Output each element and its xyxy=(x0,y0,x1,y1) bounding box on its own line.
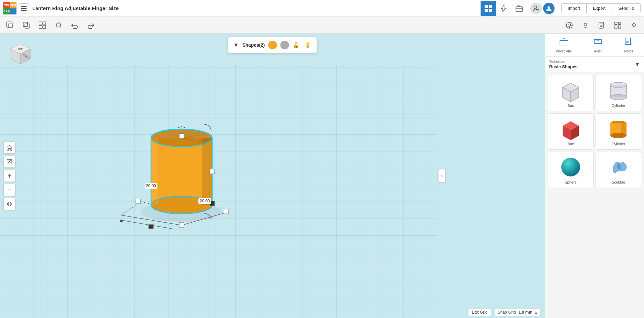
shape-thumb-cylinder-solid xyxy=(607,117,630,141)
snap-grid-control[interactable]: Snap Grid 1.0 mm ▲ xyxy=(495,309,541,316)
view-cube[interactable]: TOP RIGHT xyxy=(5,39,35,70)
main-layout: TOP RIGHT + − xyxy=(0,34,644,318)
notes-view-button[interactable] xyxy=(595,18,608,32)
send-to-button[interactable]: Send To xyxy=(612,3,641,13)
shape-box-wire-label: Box xyxy=(568,104,574,108)
export-button[interactable]: Export xyxy=(586,3,612,13)
add-user-button[interactable] xyxy=(530,3,542,14)
zoom-in-button[interactable]: + xyxy=(3,170,15,182)
shape-sphere-label: Sphere xyxy=(565,180,576,184)
svg-rect-107 xyxy=(224,209,229,214)
svg-rect-103 xyxy=(149,225,153,229)
shape-thumb-scribble xyxy=(607,155,630,179)
grid-menu-icon xyxy=(21,5,27,11)
duplicate-button[interactable] xyxy=(20,18,33,32)
svg-rect-7 xyxy=(516,7,523,11)
topbar: TIN KER CAD Lantern Ring Adjustable Fing… xyxy=(0,0,644,17)
right-panel: Workplane Ruler xyxy=(545,34,644,318)
import-button[interactable]: Import xyxy=(561,3,586,13)
grid-menu-button[interactable] xyxy=(19,3,29,13)
shape-library: Box Cylinder xyxy=(545,72,644,318)
fit-view-button[interactable] xyxy=(3,156,15,168)
logo[interactable]: TIN KER CAD xyxy=(3,2,15,14)
shape-swatch-gray[interactable] xyxy=(280,41,289,49)
shape-item-box-solid[interactable]: Box xyxy=(548,113,594,150)
shapes-popup-dropdown[interactable]: ▼ xyxy=(233,42,239,49)
svg-rect-15 xyxy=(25,24,29,28)
workplane-label: Workplane xyxy=(556,49,572,53)
workplane-button[interactable]: Workplane xyxy=(553,36,575,54)
group-button[interactable] xyxy=(36,18,49,32)
grid-view-button[interactable] xyxy=(481,1,496,16)
svg-rect-13 xyxy=(7,22,12,27)
shape-cylinder-wire-label: Cylinder xyxy=(612,104,625,108)
shape-item-cylinder-solid[interactable]: Cylinder xyxy=(596,113,641,150)
grid-settings-icon xyxy=(614,21,622,29)
nav-buttons xyxy=(481,1,527,16)
add-user-icon xyxy=(533,5,539,12)
shape-item-box-wire[interactable]: Box xyxy=(548,75,594,111)
home-view-button[interactable] xyxy=(3,142,15,154)
ruler-label: Ruler xyxy=(594,49,602,53)
grid-settings-button[interactable] xyxy=(611,18,624,32)
snap-grid-label: Snap Grid xyxy=(498,310,516,315)
shapes-visibility-button[interactable]: 💡 xyxy=(304,41,312,49)
redo-icon xyxy=(87,21,95,29)
home-icon xyxy=(6,145,12,151)
svg-rect-36 xyxy=(618,26,621,28)
shape-swatch-orange[interactable] xyxy=(268,41,277,49)
project-title[interactable]: Lantern Ring Adjustable Finger Size xyxy=(32,5,477,11)
undo-button[interactable] xyxy=(68,18,81,32)
snap-view-button[interactable] xyxy=(563,18,576,32)
right-panel-top-icons: Workplane Ruler xyxy=(545,34,644,57)
shape-item-scribble[interactable]: Scribble xyxy=(596,152,641,188)
shape-item-sphere[interactable]: Sphere xyxy=(548,152,594,188)
svg-text:TOP: TOP xyxy=(18,48,23,50)
logo-tin: TIN xyxy=(3,2,10,8)
copy-to-workplane-button[interactable] xyxy=(3,18,17,32)
shape-thumb-cylinder-wire xyxy=(607,79,630,102)
shape-scribble-label: Scribble xyxy=(612,180,625,184)
snap-grid-value: 1.0 mm xyxy=(519,310,532,315)
ruler-button[interactable]: Ruler xyxy=(591,36,605,54)
library-dropdown-button[interactable]: ▼ xyxy=(635,62,640,68)
shapes-lock-button[interactable]: 🔓 xyxy=(292,41,300,49)
shape-thumb-sphere xyxy=(559,155,582,179)
delete-button[interactable] xyxy=(52,18,65,32)
light-button[interactable] xyxy=(579,18,592,32)
mirror-icon xyxy=(630,21,638,29)
library-header: Tinkercad Basic Shapes ▼ xyxy=(545,57,644,72)
ruler-svg xyxy=(593,37,603,46)
logo-blank xyxy=(10,8,16,14)
svg-point-22 xyxy=(568,24,571,27)
import-export-buttons: Import Export Send To xyxy=(561,3,641,13)
avatar-icon xyxy=(545,5,552,12)
3d-shape-svg[interactable] xyxy=(118,94,245,229)
svg-rect-19 xyxy=(43,26,46,29)
snap-view-icon xyxy=(565,21,573,29)
copy-to-workplane-icon xyxy=(6,21,14,29)
briefcase-button[interactable] xyxy=(512,1,527,16)
orbit-button[interactable] xyxy=(3,198,15,210)
svg-rect-96 xyxy=(151,138,158,205)
svg-rect-0 xyxy=(21,6,27,7)
user-avatar[interactable] xyxy=(543,3,555,14)
svg-rect-106 xyxy=(179,223,184,227)
hammer-button[interactable] xyxy=(496,1,512,16)
edit-grid-button[interactable]: Edit Grid xyxy=(468,309,491,316)
shape-item-cylinder-wire[interactable]: Cylinder xyxy=(596,75,641,111)
zoom-out-button[interactable]: − xyxy=(3,184,15,196)
mirror-button[interactable] xyxy=(627,18,641,32)
redo-button[interactable] xyxy=(84,18,98,32)
svg-point-126 xyxy=(610,94,627,100)
delete-icon xyxy=(55,22,62,29)
3d-viewport[interactable]: TOP RIGHT + − xyxy=(0,34,545,318)
shape-thumb-box-wire xyxy=(559,79,582,102)
svg-point-28 xyxy=(584,23,587,26)
svg-rect-3 xyxy=(485,5,488,8)
notes-button[interactable]: Notes xyxy=(621,36,636,54)
light-icon xyxy=(581,21,590,29)
action-toolbar xyxy=(0,17,644,34)
right-panel-expand-button[interactable]: › xyxy=(438,169,446,183)
minus-icon: − xyxy=(8,187,11,194)
